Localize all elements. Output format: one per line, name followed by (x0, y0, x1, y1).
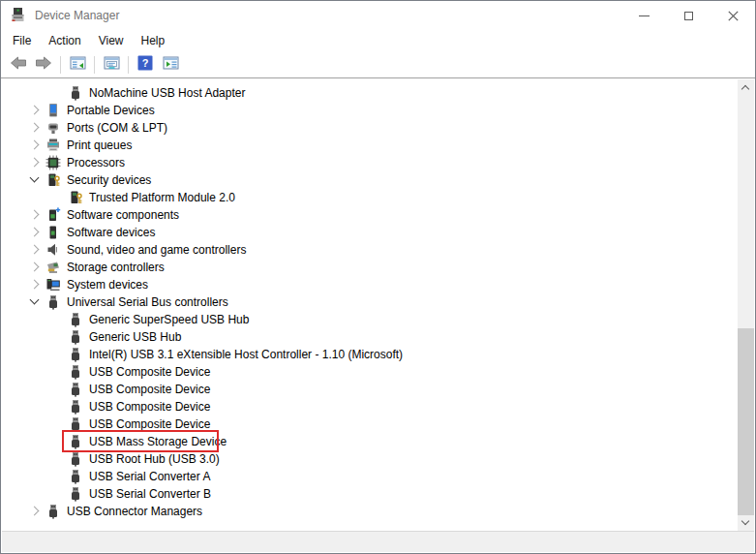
scroll-up-button[interactable] (738, 79, 754, 96)
menu-item-help[interactable]: Help (133, 30, 174, 51)
tree-item[interactable]: USB Root Hub (USB 3.0) (2, 450, 754, 468)
chevron-right-icon[interactable] (30, 245, 39, 254)
usb-icon (68, 329, 83, 345)
window-controls (621, 1, 755, 30)
tree-item[interactable]: USB Composite Device (2, 363, 754, 381)
toolbar-separator (94, 56, 95, 74)
tree-item[interactable]: USB Composite Device (2, 416, 754, 433)
chevron-up-icon (742, 84, 749, 91)
minimize-icon (639, 15, 650, 16)
tree-item-label: Sound, video and game controllers (65, 243, 248, 257)
chevron-right-icon[interactable] (30, 210, 39, 219)
tree-item[interactable]: USB Connector Managers (2, 503, 754, 520)
tree-item[interactable]: Trusted Platform Module 2.0 (2, 189, 754, 206)
usb-icon (68, 347, 83, 362)
chevron-right-icon[interactable] (30, 106, 39, 114)
processor-icon (45, 155, 61, 170)
tree-item-label: USB Root Hub (USB 3.0) (87, 452, 222, 466)
tree-item[interactable]: USB Serial Converter B (2, 485, 754, 503)
chevron-down-icon[interactable] (30, 297, 39, 306)
chevron-right-icon[interactable] (30, 123, 39, 132)
usb-icon (45, 504, 61, 519)
toolbar: ? (1, 51, 755, 78)
usb-icon (68, 399, 83, 415)
usb-icon (68, 416, 83, 432)
show-action-pane-icon (163, 55, 179, 75)
window-title: Device Manager (35, 9, 119, 22)
tree-item[interactable]: Sound, video and game controllers (2, 241, 754, 259)
tree-item[interactable]: Processors (2, 154, 754, 171)
security-device-icon (45, 172, 61, 188)
minimize-button[interactable] (621, 1, 666, 30)
chevron-right-icon[interactable] (30, 158, 39, 167)
chevron-right-icon[interactable] (30, 262, 39, 271)
usb-icon (68, 434, 83, 449)
tree-item[interactable]: Storage controllers (2, 259, 754, 276)
tree-item-label: USB Serial Converter B (87, 487, 213, 501)
show-action-pane-button[interactable] (159, 54, 182, 76)
tree-item[interactable]: Generic USB Hub (2, 328, 754, 346)
software-device-icon (45, 225, 61, 240)
tree-item-label: Generic SuperSpeed USB Hub (87, 313, 251, 326)
svg-text:?: ? (142, 57, 149, 69)
storage-controller-icon (45, 260, 61, 275)
help-button[interactable]: ? (134, 54, 157, 76)
tree-item-label: USB Composite Device (87, 417, 212, 431)
chevron-right-icon[interactable] (30, 140, 39, 149)
tree-item-label: Universal Serial Bus controllers (65, 295, 230, 309)
chevron-right-icon[interactable] (30, 507, 39, 515)
tree-item-label: NoMachine USB Host Adapter (87, 86, 247, 100)
tree-item[interactable]: Universal Serial Bus controllers (2, 293, 754, 311)
forward-arrow-button[interactable] (32, 54, 55, 76)
back-arrow-icon (10, 55, 27, 75)
tree-item[interactable]: Intel(R) USB 3.1 eXtensible Host Control… (2, 346, 754, 363)
tree-item[interactable]: USB Composite Device (2, 381, 754, 398)
tree-item[interactable]: Print queues (2, 137, 754, 154)
scroll-down-button[interactable] (738, 514, 754, 531)
chevron-down-icon[interactable] (30, 175, 39, 184)
chevron-right-icon[interactable] (30, 280, 39, 289)
tree-item[interactable]: Portable Devices (2, 102, 754, 119)
device-tree-panel: NoMachine USB Host Adapter Portable Devi… (2, 79, 754, 531)
menu-item-file[interactable]: File (4, 30, 40, 51)
sound-icon (45, 242, 61, 258)
properties-button[interactable] (100, 54, 123, 76)
tree-item-label: Security devices (65, 173, 153, 187)
usb-icon (68, 312, 83, 327)
toolbar-separator (60, 56, 61, 74)
tree-item[interactable]: Generic SuperSpeed USB Hub (2, 311, 754, 328)
toolbar-separator (128, 56, 129, 74)
tree-item-label: Generic USB Hub (87, 330, 183, 344)
maximize-button[interactable] (666, 1, 711, 30)
system-device-icon (45, 277, 61, 292)
tree-item-label: Intel(R) USB 3.1 eXtensible Host Control… (87, 348, 405, 361)
status-strip (2, 531, 754, 552)
tree-item-label: USB Composite Device (87, 400, 212, 414)
scrollbar-thumb[interactable] (738, 328, 754, 515)
close-icon (728, 11, 739, 21)
close-button[interactable] (711, 1, 755, 30)
vertical-scrollbar[interactable] (738, 79, 754, 531)
tree-item[interactable]: USB Composite Device (2, 398, 754, 416)
menu-item-view[interactable]: View (90, 30, 133, 51)
tree-item-label: Trusted Platform Module 2.0 (87, 191, 237, 204)
tree-item-label: Storage controllers (65, 261, 166, 274)
tree-item[interactable]: System devices (2, 276, 754, 293)
tree-item[interactable]: USB Serial Converter A (2, 468, 754, 485)
chevron-down-icon (742, 519, 749, 526)
portable-device-icon (45, 103, 61, 118)
tree-item[interactable]: Security devices (2, 171, 754, 189)
chevron-right-icon[interactable] (30, 228, 39, 236)
tree-item-label: USB Mass Storage Device (87, 435, 228, 448)
back-arrow-button[interactable] (7, 54, 30, 76)
tree-item[interactable]: Software devices (2, 224, 754, 241)
menu-item-action[interactable]: Action (40, 30, 89, 51)
printer-icon (45, 138, 61, 153)
tree-item[interactable]: USB Mass Storage Device (2, 433, 754, 450)
tree-item-label: Software components (65, 208, 181, 222)
tree-item[interactable]: Software components (2, 206, 754, 224)
show-console-tree-button[interactable] (66, 54, 89, 76)
tree-item[interactable]: NoMachine USB Host Adapter (2, 84, 754, 102)
device-tree: NoMachine USB Host Adapter Portable Devi… (2, 79, 754, 520)
tree-item[interactable]: Ports (COM & LPT) (2, 119, 754, 137)
